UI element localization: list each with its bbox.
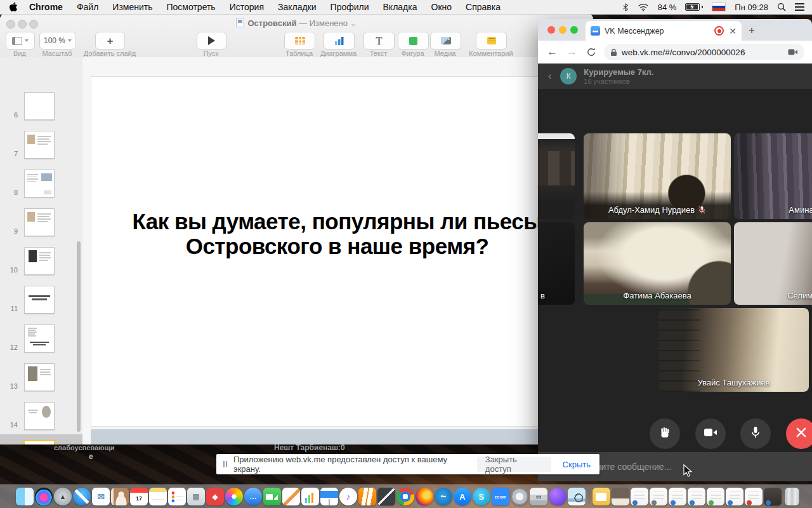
menu-bar-clock[interactable]: Пн 09:28 [735, 3, 768, 12]
window-close-button[interactable] [547, 26, 555, 34]
notification-center-icon[interactable] [795, 3, 804, 11]
slide-row-7[interactable]: 7 [0, 124, 82, 163]
media-button[interactable] [430, 32, 461, 50]
menu-item[interactable]: Файл [77, 2, 98, 12]
dock-books-icon[interactable] [358, 488, 377, 508]
video-tile[interactable]: Аминат Д [734, 133, 812, 219]
menu-item[interactable]: Изменить [112, 2, 152, 12]
slide-row-8[interactable]: 8 [0, 163, 82, 202]
current-slide[interactable]: Как вы думаете, популярны ли пьесы Остро… [91, 76, 584, 427]
slide-row-9[interactable]: 9 [0, 202, 82, 241]
video-tile[interactable]: Фатима Абакаева [584, 222, 731, 305]
spotlight-search-icon[interactable] [777, 3, 786, 11]
dock-photos-icon[interactable] [225, 488, 244, 508]
dock-launchpad-icon[interactable]: ▲ [53, 488, 72, 508]
screen-capture-icon[interactable] [788, 48, 798, 56]
back-button[interactable]: ← [547, 46, 558, 58]
dock-document-2-icon[interactable] [649, 488, 668, 508]
battery-icon[interactable] [685, 3, 703, 11]
window-zoom-button[interactable] [570, 26, 578, 34]
bluetooth-icon[interactable] [622, 3, 629, 12]
video-tile[interactable]: Увайс Ташухажиев [658, 308, 809, 392]
menu-item[interactable]: Вкладка [383, 2, 417, 12]
active-app-name[interactable]: Chrome [29, 2, 63, 12]
dock-document-4-icon[interactable] [687, 488, 706, 508]
slide-row-15[interactable]: 15 [0, 434, 82, 444]
raise-hand-button[interactable] [650, 418, 680, 449]
menu-item[interactable]: Закладки [278, 2, 317, 12]
dock-document-6-icon[interactable] [725, 488, 744, 508]
browser-tab[interactable]: VK Мессенджер ✕ [586, 21, 742, 41]
slide-thumbnail[interactable] [24, 208, 55, 236]
dock-contacts-icon[interactable] [110, 488, 129, 508]
menu-item[interactable]: Окно [431, 2, 452, 12]
dock-keynote-icon[interactable] [320, 488, 339, 508]
slide-thumbnail[interactable] [24, 170, 55, 197]
dock-pages-icon[interactable] [282, 488, 301, 508]
dock-messages-icon[interactable]: … [244, 488, 263, 508]
slide-row-14[interactable]: 14 [0, 396, 82, 434]
slide-thumbnail[interactable] [24, 92, 55, 120]
zoom-button[interactable]: 100 % [39, 32, 76, 50]
chart-button[interactable] [324, 32, 355, 50]
slide-thumbnail[interactable] [23, 440, 55, 444]
hide-notification-link[interactable]: Скрыть [563, 460, 591, 469]
russian-flag-icon[interactable] [712, 3, 726, 11]
dock-itunes-icon[interactable]: ♪ [339, 488, 358, 508]
dock-finder-icon[interactable] [15, 488, 34, 508]
dock-document-5-icon[interactable] [706, 488, 725, 508]
slide-thumbnail[interactable] [24, 363, 55, 391]
text-button[interactable]: T [363, 32, 395, 50]
end-call-button[interactable] [786, 418, 812, 449]
dock-preview-icon[interactable] [567, 488, 586, 508]
new-tab-button[interactable]: + [749, 24, 755, 37]
slide-row-10[interactable]: 10 [0, 241, 82, 279]
slide-row-6[interactable]: 6 [0, 86, 82, 124]
dock-mail-icon[interactable]: ✉ [91, 488, 110, 508]
dock-zoom-icon[interactable]: zoom [491, 488, 510, 508]
dock-calendar-icon[interactable]: 17 [129, 488, 148, 508]
slide-thumbnail[interactable] [24, 402, 55, 430]
dock-document-1-icon[interactable] [630, 488, 649, 508]
url-field[interactable]: web.vk.me/#/convo/2000000026 [604, 44, 804, 60]
dock-app-store-icon[interactable]: A [453, 488, 472, 508]
menu-item[interactable]: Посмотреть [166, 2, 215, 12]
dock-skype-icon[interactable]: S [472, 488, 491, 508]
slide-row-11[interactable]: 11 [0, 279, 82, 318]
reload-button[interactable] [586, 47, 596, 57]
wifi-icon[interactable] [638, 3, 649, 11]
menu-item[interactable]: Справка [466, 2, 501, 12]
slide-thumbnail[interactable] [24, 286, 55, 314]
video-tile[interactable]: Абдул-Хамид Нурдиев [584, 133, 731, 219]
dock-document-7-icon[interactable] [744, 488, 763, 508]
dock-document-3-icon[interactable] [668, 488, 687, 508]
dock-folder-photos-icon[interactable] [611, 488, 630, 508]
slide-thumbnail[interactable] [24, 247, 55, 275]
dock-document-dark-icon[interactable] [763, 488, 782, 508]
dock-openoffice-icon[interactable]: ~ [434, 488, 453, 508]
camera-button[interactable] [695, 418, 726, 449]
dock-safari-icon[interactable] [72, 488, 91, 508]
dock-folder-documents-icon[interactable] [592, 488, 611, 508]
dock-reminders-icon[interactable] [167, 488, 187, 508]
presenter-notes-area[interactable] [91, 429, 582, 444]
dock-facetime-icon[interactable] [263, 488, 282, 508]
dock-red-diamond-app-icon[interactable]: ◆ [206, 488, 225, 508]
dock-system-preferences-icon[interactable] [510, 488, 529, 508]
dock-chrome-icon[interactable] [396, 488, 415, 508]
tab-close-icon[interactable]: ✕ [729, 26, 737, 36]
sidebar-scrollbar[interactable] [77, 241, 81, 432]
dock-firefox-icon[interactable] [415, 488, 434, 508]
dock-notes-icon[interactable] [148, 488, 167, 508]
play-button[interactable] [197, 32, 226, 50]
dock-siri-icon[interactable] [34, 488, 53, 508]
forward-button[interactable]: → [566, 46, 577, 58]
slide-row-13[interactable]: 13 [0, 357, 82, 396]
table-button[interactable] [284, 32, 315, 50]
view-button[interactable] [6, 32, 35, 50]
window-minimize-button[interactable] [559, 26, 566, 34]
stop-sharing-button[interactable]: Закрыть доступ [477, 457, 551, 472]
video-tile[interactable]: в [538, 222, 575, 305]
dock-printer-utility-icon[interactable]: ▭ [529, 488, 548, 508]
dock-paint-app-icon[interactable] [377, 488, 396, 508]
